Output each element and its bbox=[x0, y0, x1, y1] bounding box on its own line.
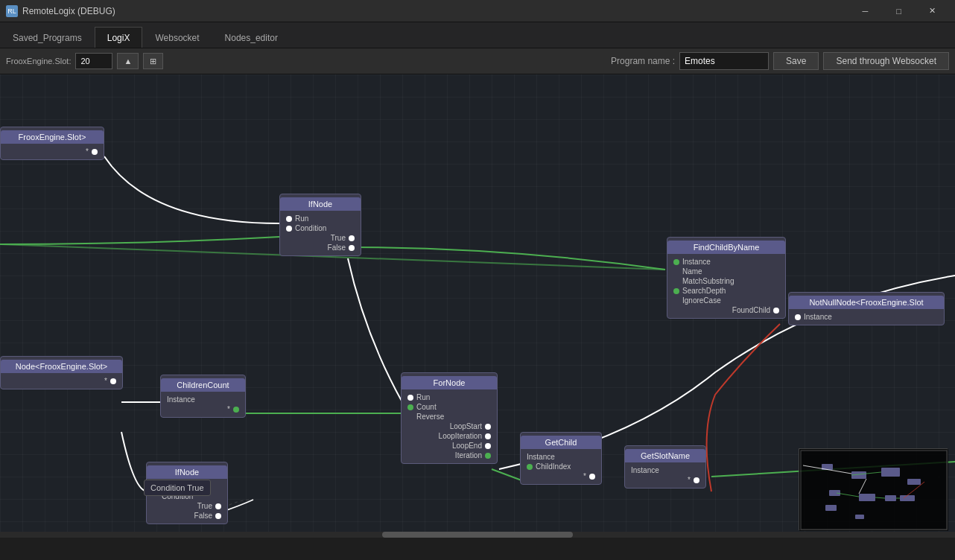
port-run-for: Run bbox=[402, 392, 497, 402]
port-name-in: Name bbox=[667, 267, 785, 276]
node-title-ifnode-top: IfNode bbox=[280, 197, 361, 211]
port-star-cc-out: * bbox=[161, 404, 245, 414]
close-button[interactable]: ✕ bbox=[916, 0, 949, 22]
up-arrow-button[interactable]: ▲ bbox=[117, 53, 139, 69]
port-dot-iteration bbox=[485, 453, 491, 459]
node-getchild[interactable]: GetChild Instance ChildIndex * bbox=[520, 432, 602, 485]
svg-rect-0 bbox=[799, 449, 948, 531]
node-ifnode-top[interactable]: IfNode Run Condition True False bbox=[279, 194, 361, 256]
port-star-mid-out: * bbox=[1, 376, 122, 386]
node-title-froox-top: FrooxEngine.Slot> bbox=[1, 130, 104, 144]
port-star-gsn: * bbox=[625, 475, 705, 485]
node-froox-mid[interactable]: Node<FrooxEngine.Slot> * bbox=[0, 356, 123, 389]
condition-true-tooltip: Condition True bbox=[144, 480, 211, 496]
port-dot-star-mid bbox=[110, 378, 116, 384]
tabbar: Saved_Programs LogiX Websocket Nodes_edi… bbox=[0, 22, 955, 48]
port-dot bbox=[92, 149, 98, 155]
port-condition-in: Condition bbox=[280, 223, 361, 233]
maximize-button[interactable]: □ bbox=[882, 0, 916, 22]
port-instance-gsn: Instance bbox=[625, 465, 705, 475]
window-controls: ─ □ ✕ bbox=[848, 0, 949, 22]
node-canvas[interactable]: FrooxEngine.Slot> * IfNode Run Condition… bbox=[0, 74, 955, 538]
port-dot-run bbox=[286, 216, 292, 222]
svg-rect-9 bbox=[825, 505, 837, 511]
program-name-label: Program name : bbox=[611, 56, 675, 66]
port-dot-star-gc bbox=[589, 474, 595, 480]
port-run-in: Run bbox=[280, 214, 361, 223]
port-reverse-for: Reverse bbox=[402, 412, 497, 421]
svg-rect-7 bbox=[885, 495, 896, 501]
port-loopiteration-out: LoopIteration bbox=[402, 431, 497, 441]
node-title-fornode: ForNode bbox=[402, 376, 497, 389]
port-star-gc: * bbox=[521, 471, 601, 481]
node-getslotname[interactable]: GetSlotName Instance * bbox=[624, 445, 706, 489]
program-name-input[interactable] bbox=[679, 52, 769, 70]
port-dot-loopiteration bbox=[485, 433, 491, 439]
port-count-for: Count bbox=[402, 402, 497, 412]
tab-websocket[interactable]: Websocket bbox=[142, 27, 212, 48]
minimap[interactable] bbox=[799, 448, 948, 530]
port-dot-false bbox=[349, 245, 355, 251]
port-iteration-out: Iteration bbox=[402, 451, 497, 460]
tab-nodes-editor[interactable]: Nodes_editor bbox=[212, 27, 291, 48]
port-dot-loopstart bbox=[485, 424, 491, 430]
svg-rect-10 bbox=[855, 515, 864, 519]
port-instance-gc: Instance bbox=[521, 452, 601, 462]
node-childrencount[interactable]: ChildrenCount Instance * bbox=[160, 375, 246, 418]
node-fornode[interactable]: ForNode Run Count Reverse LoopStart Loop… bbox=[401, 372, 498, 464]
port-false-ifb-out: False bbox=[147, 511, 227, 521]
slot-label: FrooxEngine.Slot: bbox=[6, 57, 71, 66]
port-instance-cc: Instance bbox=[161, 395, 245, 404]
port-dot-instance-nn bbox=[795, 314, 801, 320]
port-dot-childindex bbox=[527, 464, 533, 470]
port-matchsubstring-in: MatchSubstring bbox=[667, 276, 785, 286]
slot-input[interactable] bbox=[75, 53, 112, 69]
window-title: RemoteLogix (DEBUG) bbox=[22, 6, 848, 16]
grid-button[interactable]: ⊞ bbox=[143, 53, 163, 69]
minimap-svg bbox=[799, 449, 948, 531]
node-findchildbyname[interactable]: FindChildByName Instance Name MatchSubst… bbox=[667, 237, 786, 319]
svg-rect-3 bbox=[881, 468, 900, 477]
svg-rect-5 bbox=[829, 490, 840, 496]
svg-rect-6 bbox=[859, 494, 875, 501]
port-ignorecase-in: IgnoreCase bbox=[667, 296, 785, 305]
port-instance-notnull: Instance bbox=[789, 312, 944, 322]
port-dot-run-for bbox=[407, 395, 413, 401]
node-title-ifnode-bottom: IfNode bbox=[147, 465, 227, 479]
port-true-out: True bbox=[280, 233, 361, 243]
port-loopend-out: LoopEnd bbox=[402, 441, 497, 451]
port-dot-loopend bbox=[485, 443, 491, 449]
node-title-findchild: FindChildByName bbox=[667, 241, 785, 254]
port-foundchild-out: FoundChild bbox=[667, 305, 785, 315]
node-froox-top[interactable]: FrooxEngine.Slot> * bbox=[0, 127, 104, 160]
node-notnull[interactable]: NotNullNode<FrooxEngine.Slot Instance bbox=[788, 292, 945, 325]
port-dot-star-gsn bbox=[694, 477, 699, 483]
svg-rect-8 bbox=[900, 495, 915, 501]
port-searchdepth-in: SearchDepth bbox=[667, 286, 785, 296]
port-dot-star-cc bbox=[233, 407, 239, 413]
port-instance-in: Instance bbox=[667, 257, 785, 267]
send-websocket-button[interactable]: Send through Websocket bbox=[823, 52, 949, 70]
port-dot-count-for bbox=[407, 404, 413, 410]
svg-rect-4 bbox=[907, 479, 921, 485]
node-title-getchild: GetChild bbox=[521, 436, 601, 449]
port-star-out: * bbox=[1, 147, 104, 156]
save-button[interactable]: Save bbox=[773, 52, 819, 70]
minimize-button[interactable]: ─ bbox=[848, 0, 882, 22]
titlebar: RL RemoteLogix (DEBUG) ─ □ ✕ bbox=[0, 0, 955, 22]
port-dot-false-ifb bbox=[215, 513, 221, 519]
node-title-froox-mid: Node<FrooxEngine.Slot> bbox=[1, 360, 122, 373]
tab-logix[interactable]: LogiX bbox=[95, 27, 143, 48]
port-dot-searchdepth bbox=[673, 288, 679, 294]
toolbar: FrooxEngine.Slot: ▲ ⊞ Program name : Sav… bbox=[0, 48, 955, 74]
port-loopstart-out: LoopStart bbox=[402, 421, 497, 431]
port-dot-true-ifb bbox=[215, 503, 221, 509]
port-dot-foundchild bbox=[773, 308, 779, 314]
horizontal-scrollbar[interactable] bbox=[0, 532, 955, 538]
port-dot-instance bbox=[673, 259, 679, 265]
tab-saved-programs[interactable]: Saved_Programs bbox=[0, 27, 95, 48]
node-title-childrencount: ChildrenCount bbox=[161, 378, 245, 392]
port-dot-true bbox=[349, 235, 355, 241]
node-title-notnull: NotNullNode<FrooxEngine.Slot bbox=[789, 296, 944, 309]
port-false-out: False bbox=[280, 243, 361, 252]
